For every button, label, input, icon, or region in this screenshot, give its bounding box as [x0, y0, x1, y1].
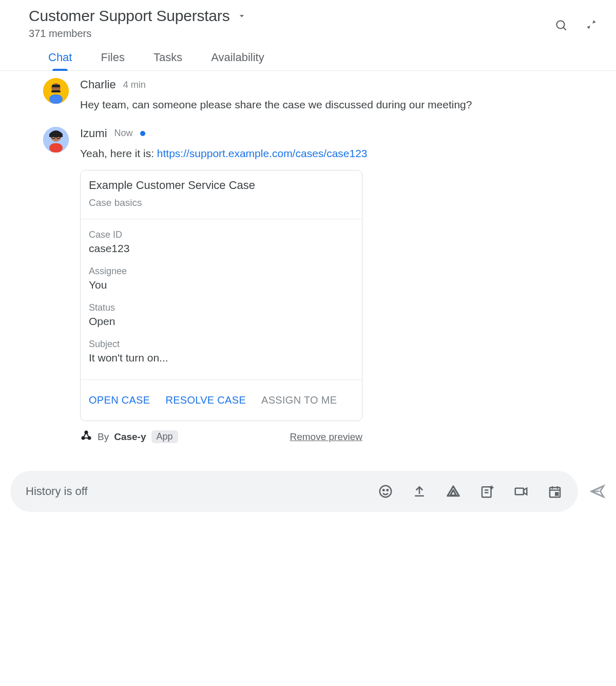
- tab-tasks[interactable]: Tasks: [153, 51, 182, 70]
- calendar-icon[interactable]: [547, 484, 563, 499]
- avatar: [43, 78, 69, 104]
- message-link[interactable]: https://support.example.com/cases/case12…: [157, 147, 368, 159]
- svg-rect-28: [555, 493, 558, 496]
- create-doc-icon[interactable]: [479, 484, 495, 499]
- case-card: Example Customer Service Case Case basic…: [80, 170, 362, 421]
- svg-rect-6: [51, 90, 61, 92]
- field-label: Status: [89, 302, 354, 313]
- tab-chat[interactable]: Chat: [48, 51, 72, 70]
- message-text-prefix: Yeah, here it is:: [80, 147, 157, 159]
- collapse-icon[interactable]: [585, 18, 599, 32]
- svg-point-17: [387, 489, 389, 491]
- message-text: Yeah, here it is: https://support.exampl…: [80, 145, 601, 162]
- app-badge: App: [151, 430, 178, 443]
- message-text: Hey team, can someone please share the c…: [80, 97, 601, 113]
- resolve-case-button[interactable]: RESOLVE CASE: [165, 394, 246, 406]
- video-icon[interactable]: [513, 484, 529, 499]
- svg-rect-5: [52, 85, 60, 87]
- tabs-bar: Chat Files Tasks Availability: [0, 51, 616, 71]
- message-time: Now: [114, 128, 133, 139]
- svg-rect-23: [515, 488, 524, 495]
- assign-to-me-button[interactable]: ASSIGN TO ME: [261, 394, 337, 406]
- svg-point-0: [556, 21, 564, 28]
- card-title: Example Customer Service Case: [89, 179, 354, 192]
- members-count: 371 members: [29, 28, 587, 40]
- composer-placeholder: History is off: [26, 485, 378, 498]
- svg-point-16: [383, 489, 384, 491]
- field-value: It won't turn on...: [89, 352, 354, 364]
- search-icon[interactable]: [554, 18, 568, 32]
- field-label: Assignee: [89, 266, 354, 277]
- space-title[interactable]: Customer Support Superstars: [29, 7, 229, 25]
- webhook-icon: [80, 429, 92, 444]
- svg-line-1: [564, 28, 566, 30]
- message-composer[interactable]: History is off: [10, 471, 578, 512]
- upload-icon[interactable]: [412, 484, 427, 499]
- emoji-icon[interactable]: [378, 484, 393, 499]
- card-subtitle: Case basics: [89, 197, 354, 208]
- open-case-button[interactable]: OPEN CASE: [89, 394, 150, 406]
- message: Charlie 4 min Hey team, can someone plea…: [43, 78, 601, 113]
- field-value: case123: [89, 242, 354, 255]
- chevron-down-icon[interactable]: [237, 11, 247, 21]
- svg-point-15: [380, 486, 392, 498]
- message-time: 4 min: [123, 80, 146, 90]
- field-value: Open: [89, 315, 354, 328]
- avatar: [43, 127, 69, 153]
- message-author: Izumi: [80, 127, 107, 140]
- remove-preview-link[interactable]: Remove preview: [290, 431, 363, 443]
- field-label: Subject: [89, 339, 354, 350]
- attribution-name: Case-y: [114, 431, 146, 443]
- tab-files[interactable]: Files: [101, 51, 124, 70]
- message: Izumi Now Yeah, here it is: https://supp…: [43, 127, 601, 445]
- svg-rect-9: [49, 143, 63, 153]
- field-value: You: [89, 279, 354, 291]
- drive-icon[interactable]: [446, 484, 461, 499]
- send-icon[interactable]: [589, 483, 606, 500]
- recent-dot-icon: [140, 131, 145, 136]
- attribution-by: By: [98, 431, 109, 443]
- message-author: Charlie: [80, 78, 116, 91]
- svg-rect-4: [49, 94, 63, 104]
- tab-availability[interactable]: Availability: [211, 51, 264, 70]
- field-label: Case ID: [89, 230, 354, 240]
